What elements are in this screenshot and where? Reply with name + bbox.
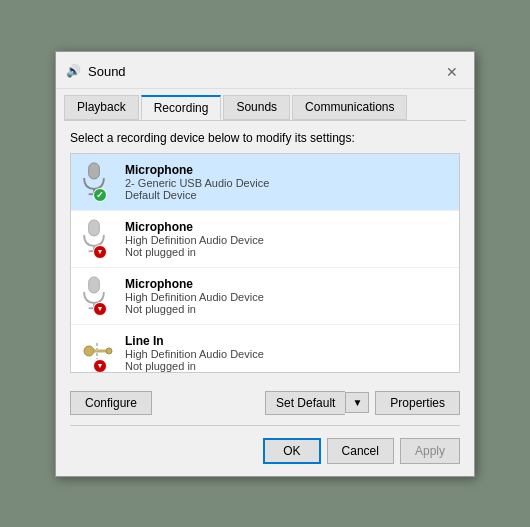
device-info: Microphone 2- Generic USB Audio Device D… — [119, 163, 451, 201]
tab-playback[interactable]: Playback — [64, 95, 139, 120]
set-default-group: Set Default ▼ Properties — [265, 391, 460, 415]
status-badge-red — [93, 302, 107, 316]
device-line1: High Definition Audio Device — [125, 234, 451, 246]
svg-rect-6 — [89, 276, 100, 292]
device-name: Microphone — [125, 220, 451, 234]
list-item[interactable]: Line In High Definition Audio Device Not… — [71, 325, 459, 373]
set-default-button[interactable]: Set Default — [265, 391, 345, 415]
device-line1: High Definition Audio Device — [125, 348, 451, 360]
set-default-arrow-button[interactable]: ▼ — [345, 392, 369, 413]
device-icon-container — [79, 333, 119, 373]
bottom-row2: OK Cancel Apply — [56, 432, 474, 476]
device-list[interactable]: Microphone 2- Generic USB Audio Device D… — [70, 153, 460, 373]
device-icon-container — [79, 276, 119, 316]
svg-point-9 — [84, 346, 94, 356]
device-icon-container — [79, 219, 119, 259]
status-badge-red — [93, 245, 107, 259]
sound-icon: 🔊 — [66, 64, 82, 80]
device-name: Line In — [125, 334, 451, 348]
dialog-title: Sound — [88, 64, 126, 79]
device-info: Microphone High Definition Audio Device … — [119, 220, 451, 258]
svg-rect-0 — [89, 162, 100, 178]
device-info: Line In High Definition Audio Device Not… — [119, 334, 451, 372]
close-button[interactable]: ✕ — [440, 60, 464, 84]
tab-sounds[interactable]: Sounds — [223, 95, 290, 120]
device-info: Microphone High Definition Audio Device … — [119, 277, 451, 315]
tab-recording[interactable]: Recording — [141, 95, 222, 120]
device-line1: High Definition Audio Device — [125, 291, 451, 303]
status-badge-green — [93, 188, 107, 202]
configure-button[interactable]: Configure — [70, 391, 152, 415]
device-line2: Not plugged in — [125, 360, 451, 372]
list-item[interactable]: Microphone 2- Generic USB Audio Device D… — [71, 154, 459, 211]
content-description: Select a recording device below to modif… — [70, 131, 460, 145]
apply-button[interactable]: Apply — [400, 438, 460, 464]
device-name: Microphone — [125, 163, 451, 177]
ok-button[interactable]: OK — [263, 438, 320, 464]
title-bar-left: 🔊 Sound — [66, 64, 126, 80]
list-item[interactable]: Microphone High Definition Audio Device … — [71, 268, 459, 325]
device-line2: Not plugged in — [125, 303, 451, 315]
bottom-row1: Configure Set Default ▼ Properties — [56, 383, 474, 419]
svg-rect-3 — [89, 219, 100, 235]
divider — [70, 425, 460, 426]
properties-button[interactable]: Properties — [375, 391, 460, 415]
sound-dialog: 🔊 Sound ✕ Playback Recording Sounds Comm… — [55, 51, 475, 477]
device-line2: Not plugged in — [125, 246, 451, 258]
tab-communications[interactable]: Communications — [292, 95, 407, 120]
cancel-button[interactable]: Cancel — [327, 438, 394, 464]
device-line2: Default Device — [125, 189, 451, 201]
list-item[interactable]: Microphone High Definition Audio Device … — [71, 211, 459, 268]
tab-bar: Playback Recording Sounds Communications — [56, 89, 474, 120]
device-icon-container — [79, 162, 119, 202]
main-content: Select a recording device below to modif… — [56, 121, 474, 383]
device-line1: 2- Generic USB Audio Device — [125, 177, 451, 189]
status-badge-red — [93, 359, 107, 373]
svg-point-11 — [106, 348, 112, 354]
title-bar: 🔊 Sound ✕ — [56, 52, 474, 89]
device-name: Microphone — [125, 277, 451, 291]
